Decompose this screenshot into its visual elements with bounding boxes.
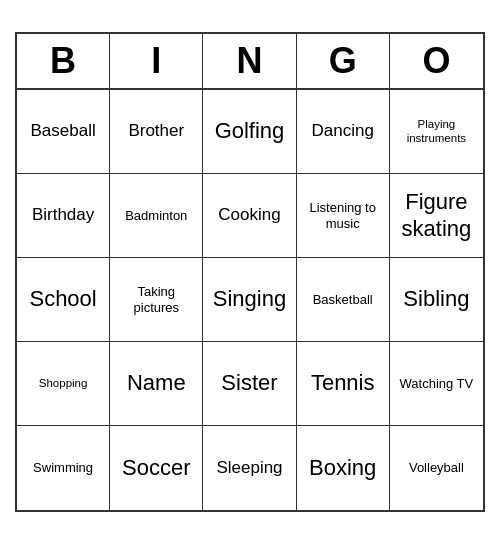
bingo-cell: Golfing [203, 90, 296, 174]
cell-text: Baseball [30, 121, 95, 141]
cell-text: Brother [128, 121, 184, 141]
bingo-cell: Taking pictures [110, 258, 203, 342]
header-letter: O [390, 34, 483, 88]
cell-text: Sister [221, 370, 277, 396]
cell-text: Sleeping [216, 458, 282, 478]
bingo-cell: School [17, 258, 110, 342]
bingo-cell: Badminton [110, 174, 203, 258]
bingo-cell: Sister [203, 342, 296, 426]
cell-text: Playing instruments [394, 118, 479, 146]
bingo-cell: Shopping [17, 342, 110, 426]
bingo-header: BINGO [17, 34, 483, 90]
cell-text: Boxing [309, 455, 376, 481]
bingo-card: BINGO BaseballBrotherGolfingDancingPlayi… [15, 32, 485, 512]
bingo-cell: Baseball [17, 90, 110, 174]
cell-text: Birthday [32, 205, 94, 225]
header-letter: I [110, 34, 203, 88]
cell-text: Soccer [122, 455, 190, 481]
cell-text: Tennis [311, 370, 375, 396]
cell-text: Volleyball [409, 460, 464, 476]
cell-text: Badminton [125, 208, 187, 224]
cell-text: Name [127, 370, 186, 396]
cell-text: Basketball [313, 292, 373, 308]
cell-text: Taking pictures [114, 284, 198, 315]
bingo-cell: Volleyball [390, 426, 483, 510]
cell-text: Listening to music [301, 200, 385, 231]
bingo-cell: Basketball [297, 258, 390, 342]
bingo-cell: Sleeping [203, 426, 296, 510]
cell-text: Shopping [39, 377, 88, 391]
cell-text: Cooking [218, 205, 280, 225]
bingo-cell: Soccer [110, 426, 203, 510]
cell-text: School [29, 286, 96, 312]
cell-text: Swimming [33, 460, 93, 476]
cell-text: Watching TV [400, 376, 474, 392]
cell-text: Singing [213, 286, 286, 312]
bingo-grid: BaseballBrotherGolfingDancingPlaying ins… [17, 90, 483, 510]
bingo-cell: Cooking [203, 174, 296, 258]
bingo-cell: Boxing [297, 426, 390, 510]
bingo-cell: Dancing [297, 90, 390, 174]
bingo-cell: Name [110, 342, 203, 426]
header-letter: B [17, 34, 110, 88]
bingo-cell: Singing [203, 258, 296, 342]
bingo-cell: Watching TV [390, 342, 483, 426]
cell-text: Dancing [312, 121, 374, 141]
bingo-cell: Playing instruments [390, 90, 483, 174]
cell-text: Figure skating [394, 189, 479, 242]
header-letter: N [203, 34, 296, 88]
bingo-cell: Birthday [17, 174, 110, 258]
bingo-cell: Brother [110, 90, 203, 174]
bingo-cell: Listening to music [297, 174, 390, 258]
cell-text: Sibling [403, 286, 469, 312]
bingo-cell: Sibling [390, 258, 483, 342]
cell-text: Golfing [215, 118, 285, 144]
header-letter: G [297, 34, 390, 88]
bingo-cell: Swimming [17, 426, 110, 510]
bingo-cell: Tennis [297, 342, 390, 426]
bingo-cell: Figure skating [390, 174, 483, 258]
